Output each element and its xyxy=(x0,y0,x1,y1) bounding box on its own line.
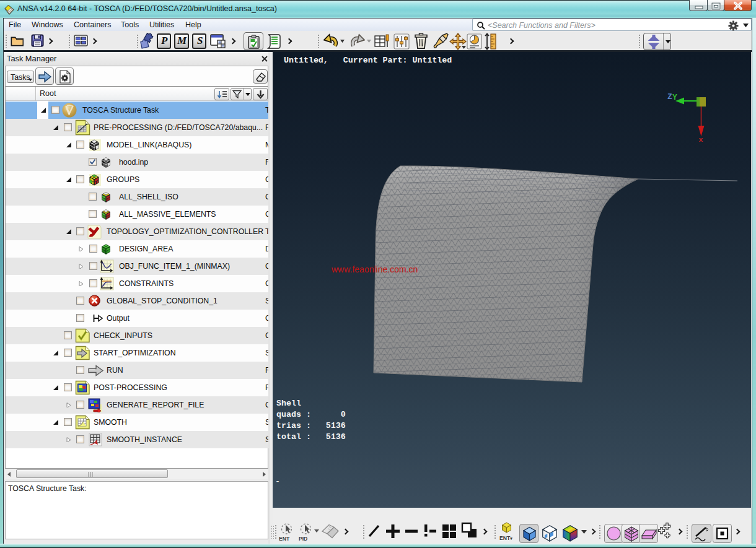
svg-text:x: x xyxy=(699,136,703,144)
svg-text:Z: Z xyxy=(667,92,672,102)
